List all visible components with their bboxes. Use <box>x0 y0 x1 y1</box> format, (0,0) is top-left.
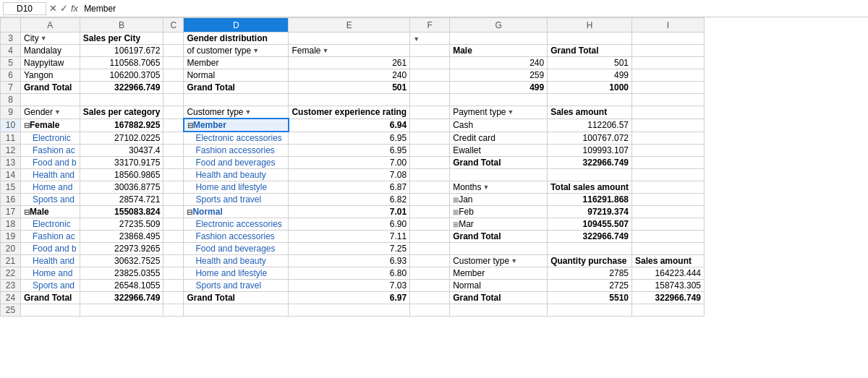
confirm-icon[interactable]: ✓ <box>60 3 68 14</box>
expand-jan-icon[interactable]: ⊞ <box>453 196 459 204</box>
customer-type-filter[interactable]: of customer type ▼ <box>187 46 259 56</box>
cell-b17[interactable]: 155083.824 <box>80 206 163 218</box>
cell-e23[interactable]: 7.03 <box>289 280 410 292</box>
cell-h11[interactable]: 100767.072 <box>548 132 632 145</box>
cell-d18[interactable]: Electronic accessories <box>184 218 289 231</box>
cell-a15[interactable]: Home and <box>21 181 80 194</box>
cell-e19[interactable]: 7.11 <box>289 231 410 243</box>
cell-a11[interactable]: Electronic <box>21 132 80 145</box>
cust-type2-filter[interactable]: Customer type ▼ <box>453 256 517 266</box>
cell-a24[interactable]: Grand Total <box>21 292 80 304</box>
payment-arrow[interactable]: ▼ <box>508 108 514 116</box>
col-header-g[interactable]: G <box>450 18 548 33</box>
cell-a17[interactable]: ⊟Male <box>21 206 80 218</box>
cell-b16[interactable]: 28574.721 <box>80 194 163 206</box>
cell-a12[interactable]: Fashion ac <box>21 145 80 157</box>
cell-a3[interactable]: City ▼ <box>21 33 80 45</box>
col-header-b[interactable]: B <box>80 18 163 33</box>
cell-e18[interactable]: 6.90 <box>289 218 410 231</box>
cell-e13[interactable]: 7.00 <box>289 157 410 169</box>
cell-b18[interactable]: 27235.509 <box>80 218 163 231</box>
cell-b19[interactable]: 23868.495 <box>80 231 163 243</box>
cell-g11[interactable]: Credit card <box>450 132 548 145</box>
cell-d19[interactable]: Fashion accessories <box>184 231 289 243</box>
cell-b13[interactable]: 33170.9175 <box>80 157 163 169</box>
cell-d24[interactable]: Grand Total <box>184 292 289 304</box>
cell-g15[interactable]: Months ▼ <box>450 181 548 194</box>
cell-h12[interactable]: 109993.107 <box>548 145 632 157</box>
city-filter-arrow[interactable]: ▼ <box>41 35 47 42</box>
cell-d21[interactable]: Health and beauty <box>184 255 289 267</box>
cell-b20[interactable]: 22973.9265 <box>80 243 163 255</box>
months-filter[interactable]: Months ▼ <box>453 182 489 192</box>
cell-d23[interactable]: Sports and travel <box>184 280 289 292</box>
cell-e4[interactable]: Female ▼ <box>289 45 410 57</box>
cell-b11[interactable]: 27102.0225 <box>80 132 163 145</box>
cell-e12[interactable]: 6.95 <box>289 145 410 157</box>
cell-a18[interactable]: Electronic <box>21 218 80 231</box>
cell-b14[interactable]: 18560.9865 <box>80 169 163 181</box>
payment-filter[interactable]: Payment type ▼ <box>453 107 514 117</box>
city-filter[interactable]: City ▼ <box>24 33 47 43</box>
cell-h10[interactable]: 112206.57 <box>548 119 632 132</box>
cell-d17[interactable]: ⊟Normal <box>184 206 289 218</box>
cell-d11[interactable]: Electronic accessories <box>184 132 289 145</box>
cell-g10[interactable]: Cash <box>450 119 548 132</box>
cell-g9[interactable]: Payment type ▼ <box>450 106 548 119</box>
col-header-a[interactable]: A <box>21 18 80 33</box>
col-header-h[interactable]: H <box>548 18 632 33</box>
cell-e14[interactable]: 7.08 <box>289 169 410 181</box>
cell-e6[interactable]: 240 <box>289 69 410 82</box>
f3-filter-arrow[interactable]: ▼ <box>413 35 420 43</box>
cell-g22[interactable]: Member <box>450 267 548 280</box>
cell-e24[interactable]: 6.97 <box>289 292 410 304</box>
cell-b3[interactable]: Sales per City <box>80 33 163 45</box>
cell-a5[interactable]: Naypyitaw <box>21 57 80 69</box>
cell-d14[interactable]: Health and beauty <box>184 169 289 181</box>
name-box[interactable]: D10 <box>3 2 46 15</box>
cell-g16[interactable]: ⊞Jan <box>450 194 548 206</box>
cell-d6[interactable]: Normal <box>184 69 289 82</box>
cell-h18[interactable]: 109455.507 <box>548 218 632 231</box>
cancel-icon[interactable]: ✕ <box>49 3 57 14</box>
col-header-e[interactable]: E <box>289 18 410 33</box>
cell-b10[interactable]: 167882.925 <box>80 119 163 132</box>
expand-feb-icon[interactable]: ⊞ <box>453 208 459 216</box>
cell-d3[interactable]: Gender distribution <box>184 33 289 45</box>
grid-container[interactable]: A B C D E F G H I 3 City <box>0 17 868 378</box>
cell-d10[interactable]: ⊟Member <box>184 119 289 132</box>
col-header-i[interactable]: I <box>631 18 704 33</box>
expand-male-icon[interactable]: ⊟ <box>24 208 30 216</box>
expand-normal-icon[interactable]: ⊟ <box>187 208 192 216</box>
cell-g21[interactable]: Customer type ▼ <box>450 255 548 267</box>
cell-h16[interactable]: 116291.868 <box>548 194 632 206</box>
expand-mar-icon[interactable]: ⊞ <box>453 220 459 228</box>
cell-g17[interactable]: ⊞Feb <box>450 206 548 218</box>
cell-d13[interactable]: Food and beverages <box>184 157 289 169</box>
cell-a16[interactable]: Sports and <box>21 194 80 206</box>
cell-d4[interactable]: of customer type ▼ <box>184 45 289 57</box>
cust-type-filter2[interactable]: Customer type ▼ <box>187 107 251 117</box>
cell-b21[interactable]: 30632.7525 <box>80 255 163 267</box>
cell-a4[interactable]: Mandalay <box>21 45 80 57</box>
cell-a19[interactable]: Fashion ac <box>21 231 80 243</box>
cell-a21[interactable]: Health and <box>21 255 80 267</box>
cell-e5[interactable]: 261 <box>289 57 410 69</box>
cell-d5[interactable]: Member <box>184 57 289 69</box>
cell-e10[interactable]: 6.94 <box>289 119 410 132</box>
cell-d15[interactable]: Home and lifestyle <box>184 181 289 194</box>
cell-b5[interactable]: 110568.7065 <box>80 57 163 69</box>
gender-filter[interactable]: Gender ▼ <box>24 107 61 117</box>
cell-a6[interactable]: Yangon <box>21 69 80 82</box>
cell-b9[interactable]: Sales per category <box>80 106 163 119</box>
cell-a14[interactable]: Health and <box>21 169 80 181</box>
col-header-c[interactable]: C <box>163 18 184 33</box>
cell-h23[interactable]: 2725 <box>548 280 632 292</box>
cell-a13[interactable]: Food and b <box>21 157 80 169</box>
cell-d20[interactable]: Food and beverages <box>184 243 289 255</box>
cell-b15[interactable]: 30036.8775 <box>80 181 163 194</box>
cell-e22[interactable]: 6.80 <box>289 267 410 280</box>
cell-h17[interactable]: 97219.374 <box>548 206 632 218</box>
cell-e16[interactable]: 6.82 <box>289 194 410 206</box>
cell-a20[interactable]: Food and b <box>21 243 80 255</box>
